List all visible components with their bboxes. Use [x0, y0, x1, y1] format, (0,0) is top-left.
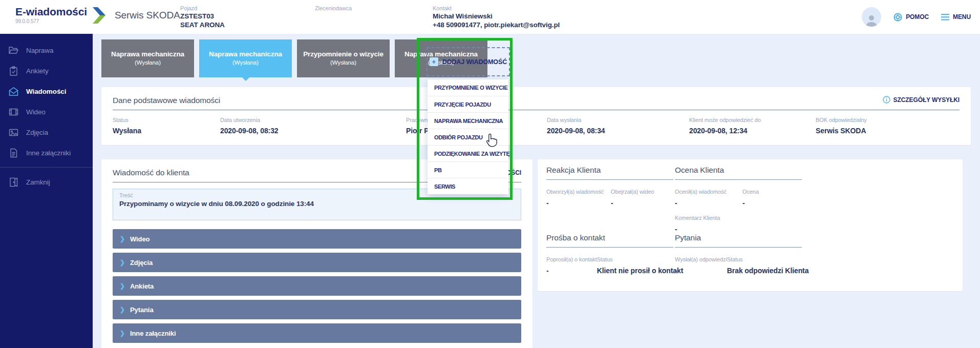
- tab-message-1[interactable]: Naprawa mechaniczna (Wysłana): [101, 39, 194, 77]
- sidebar-item-label: Zdjęcia: [26, 129, 48, 136]
- field-label: Status: [113, 117, 141, 124]
- survey-icon: [8, 66, 19, 76]
- accordion-ankieta[interactable]: ❯ Ankieta: [113, 276, 521, 296]
- field-value: Brak odpowiedzi Klienta: [727, 267, 809, 275]
- client-feedback-panel: Reakcja Klienta Otworzył(a) wiadomość - …: [538, 159, 963, 291]
- field-label: Poprosił(a) o kontakt: [546, 256, 597, 263]
- contact-name: Michał Wiśniewski: [433, 12, 560, 21]
- field-value: -: [675, 267, 727, 275]
- field-label: Wysłał(a) odpowiedzi: [675, 256, 727, 263]
- sidebar-item-wiadomosci[interactable]: Wiadomości: [0, 81, 93, 101]
- field-value: -: [546, 267, 597, 275]
- field-contact-status: Status Klient nie prosił o kontakt: [597, 256, 683, 275]
- add-message-button[interactable]: + DODAJ WIADOMOŚĆ: [427, 47, 510, 76]
- menu-item-pb[interactable]: PB: [428, 161, 508, 178]
- folder-icon: [8, 45, 19, 56]
- delivery-details-link[interactable]: SZCZEGÓŁY WYSYŁKI: [883, 96, 960, 104]
- plus-icon: +: [430, 57, 438, 66]
- hamburger-icon: [941, 14, 949, 21]
- field-label: Otworzył(a) wiadomość: [546, 189, 611, 195]
- header-vehicle: Pojazd ZSTEST03 SEAT ARONA: [180, 5, 225, 29]
- app-logo: E-wiadomości 99.0.0.577 Serwis SKODA: [15, 6, 180, 24]
- accordion-zdjecia[interactable]: ❯ Zdjęcia: [113, 253, 521, 272]
- divider: [675, 179, 802, 180]
- sidebar-item-label: Wideo: [26, 108, 46, 116]
- section-reakcja-klienta: Reakcja Klienta Otworzył(a) wiadomość - …: [546, 166, 673, 208]
- user-icon: [865, 13, 878, 27]
- field-created-date: Data utworzenia 2020-09-08, 08:32: [220, 117, 279, 135]
- field-reply-deadline: Klient może odpowiedzieć do 2020-09-08, …: [689, 117, 761, 135]
- header-contact: Kontakt Michał Wiśniewski +48 509091477,…: [433, 5, 560, 29]
- help-icon: [893, 13, 902, 22]
- section-title: Reakcja Klienta: [546, 166, 673, 175]
- menu-item-podziekowanie-za-wizyte[interactable]: PODZIĘKOWANIE ZA WIZYTĘ: [428, 145, 508, 161]
- envelope-open-icon: [8, 86, 19, 97]
- section-prosba-o-kontakt: Prośba o kontakt Poprosił(a) o kontakt -…: [546, 233, 673, 275]
- field-requested-contact: Poprosił(a) o kontakt -: [546, 256, 597, 275]
- help-label: POMOC: [906, 13, 929, 21]
- menu-item-przypomnienie-o-wizycie[interactable]: PRZYPOMNIENIE O WIZYCIE: [428, 79, 508, 96]
- field-client-comment: Komentarz Klienta -: [675, 215, 802, 234]
- field-value: -: [546, 199, 611, 208]
- accordion-pytania[interactable]: ❯ Pytania: [113, 300, 521, 319]
- section-title: Pytania: [675, 233, 802, 242]
- sidebar-divider: [0, 167, 93, 168]
- divider: [546, 179, 673, 180]
- sidebar-item-naprawa[interactable]: Naprawa: [0, 40, 93, 60]
- photo-icon: [8, 127, 19, 138]
- avatar[interactable]: [862, 7, 881, 27]
- basic-info-panel: Dane podstawowe wiadomości SZCZEGÓŁY WYS…: [101, 87, 971, 145]
- menu-button[interactable]: MENU: [941, 13, 971, 21]
- field-label: Obejrzał(a) wideo: [611, 189, 654, 195]
- header-client: Zleceniodawca: [315, 5, 352, 12]
- sidebar-item-zdjecia[interactable]: Zdjęcia: [0, 122, 93, 142]
- field-label: BOK odpowiedzialny: [816, 117, 867, 124]
- basic-info-title: Dane podstawowe wiadomości: [113, 96, 960, 105]
- field-opened-message: Otworzył(a) wiadomość -: [546, 189, 611, 208]
- client-label: Zleceniodawca: [315, 5, 352, 12]
- field-label: Komentarz Klienta: [675, 215, 802, 221]
- sidebar-item-zalaczniki[interactable]: Inne załączniki: [0, 142, 93, 163]
- content-text: Przypominamy o wizycie w dniu 08.09.2020…: [119, 200, 515, 208]
- sidebar-item-label: Naprawa: [26, 47, 53, 54]
- accordion-label: Zdjęcia: [130, 259, 153, 267]
- chevron-right-icon: ❯: [120, 330, 125, 337]
- help-button[interactable]: POMOC: [893, 13, 929, 22]
- field-sent-date: Data wysłania 2020-09-08, 08:34: [547, 117, 605, 135]
- menu-item-serwis[interactable]: SERWIS: [428, 178, 508, 194]
- field-label: Data wysłania: [547, 117, 605, 124]
- field-value: Serwis SKODA: [816, 127, 867, 135]
- accordion-wideo[interactable]: ❯ Wideo: [113, 229, 521, 249]
- exit-door-icon: [8, 177, 19, 188]
- menu-item-przyjecie-pojazdu[interactable]: PRZYJĘCIE POJAZDU: [428, 96, 508, 112]
- top-header: E-wiadomości 99.0.0.577 Serwis SKODA Poj…: [0, 0, 980, 34]
- sidebar-item-wideo[interactable]: Wideo: [0, 101, 93, 122]
- field-value: -: [675, 199, 742, 208]
- sidebar-item-ankiety[interactable]: Ankiety: [0, 60, 93, 81]
- menu-item-naprawa-mechaniczna[interactable]: NAPRAWA MECHANICZNA: [428, 112, 508, 129]
- tab-message-3[interactable]: Przypomnienie o wizycie (Wysłana): [297, 39, 390, 77]
- sidebar-item-label: Wiadomości: [26, 88, 66, 95]
- menu-item-odbior-pojazdu[interactable]: ODBIÓR POJAZDU: [428, 129, 508, 145]
- divider: [675, 247, 802, 248]
- field-rating: Ocena -: [742, 189, 759, 208]
- accordion-label: Pytania: [130, 306, 154, 314]
- tab-status: (Wysłana): [135, 59, 161, 67]
- chevron-right-icon: ❯: [120, 235, 125, 242]
- field-value: 2020-09-08, 08:32: [220, 127, 279, 135]
- client-message-title: Wiadomość do klienta: [113, 168, 189, 177]
- sidebar: Naprawa Ankiety Wiadomości Wideo Zdjęcia: [0, 34, 93, 348]
- accordion-label: Ankieta: [130, 282, 154, 290]
- tab-message-2-active[interactable]: Naprawa mechaniczna (Wysłana): [199, 39, 292, 77]
- tab-status: (Wysłana): [330, 59, 356, 67]
- document-icon: [8, 148, 19, 158]
- tab-title: Naprawa mechaniczna: [205, 50, 286, 58]
- sidebar-item-zamknij[interactable]: Zamknij: [0, 172, 93, 192]
- add-message-label: DODAJ WIADOMOŚĆ: [442, 58, 507, 66]
- app-screen: E-wiadomości 99.0.0.577 Serwis SKODA Poj…: [0, 0, 980, 348]
- delivery-details-label: SZCZEGÓŁY WYSYŁKI: [893, 96, 960, 104]
- info-icon: [883, 96, 890, 104]
- accordion-inne-zalaczniki[interactable]: ❯ Inne załączniki: [113, 323, 521, 343]
- chevron-logo-icon: [92, 7, 108, 24]
- field-value: Klient nie prosił o kontakt: [597, 267, 683, 275]
